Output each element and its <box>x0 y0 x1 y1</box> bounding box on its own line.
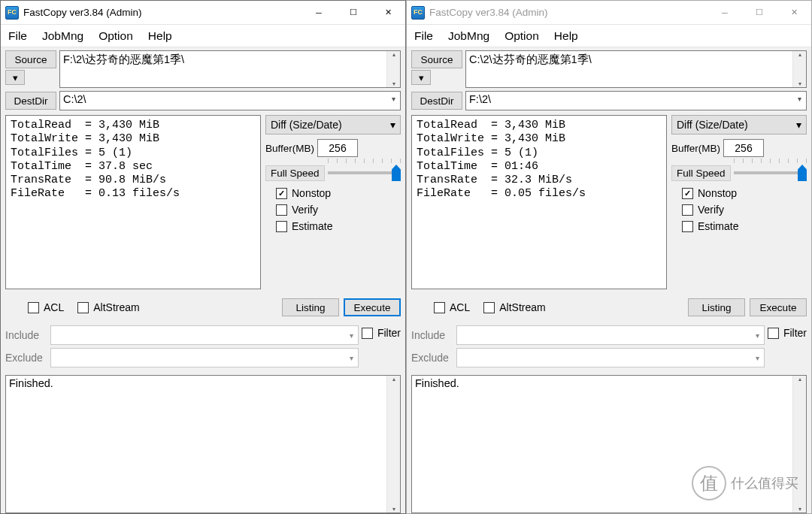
buffer-input[interactable]: 256 <box>317 139 358 157</box>
menu-file[interactable]: File <box>414 29 433 43</box>
chevron-down-icon: ▾ <box>419 72 424 83</box>
estimate-checkbox[interactable]: Estimate <box>682 220 807 232</box>
log-text: Finished. <box>9 377 53 389</box>
filter-checkbox[interactable]: Filter <box>768 327 807 339</box>
nonstop-checkbox[interactable]: Nonstop <box>682 187 807 199</box>
maximize-button[interactable]: ☐ <box>336 1 371 24</box>
fastcopy-window-right: FC FastCopy ver3.84 (Admin) ─ ☐ ✕ File J… <box>406 0 812 514</box>
checkbox-icon <box>276 188 287 199</box>
include-label: Include <box>5 329 47 341</box>
include-input[interactable]: ▾ <box>50 325 359 345</box>
source-history-dropdown[interactable]: ▾ <box>411 70 431 85</box>
scrollbar[interactable]: ▴▾ <box>386 51 400 87</box>
window-title: FastCopy ver3.84 (Admin) <box>429 7 707 18</box>
scrollbar[interactable]: ▴▾ <box>792 51 806 87</box>
thumbs-up-icon: 值 <box>692 466 726 500</box>
source-path-input[interactable]: F:\2\达芬奇的恶魔第1季\ ▴▾ <box>59 50 401 88</box>
destdir-text: C:\2\ <box>63 93 86 105</box>
chevron-down-icon[interactable]: ▾ <box>392 95 395 103</box>
source-button[interactable]: Source <box>5 50 56 68</box>
scrollbar[interactable]: ▴▾ <box>386 376 400 512</box>
chevron-down-icon: ▾ <box>796 119 801 131</box>
log-text: Finished. <box>415 377 459 389</box>
speed-slider[interactable] <box>734 165 807 181</box>
nonstop-checkbox[interactable]: Nonstop <box>276 187 401 199</box>
destdir-text: F:\2\ <box>469 93 491 105</box>
copy-mode-select[interactable]: Diff (Size/Date) ▾ <box>671 115 807 135</box>
exclude-label: Exclude <box>411 352 453 364</box>
altstream-checkbox[interactable]: AltStream <box>77 301 139 313</box>
window-controls: ─ ☐ ✕ <box>301 1 405 24</box>
minimize-button[interactable]: ─ <box>707 1 742 24</box>
checkbox-icon <box>768 328 779 339</box>
source-path-text: F:\2\达芬奇的恶魔第1季\ <box>63 53 184 65</box>
window-controls: ─ ☐ ✕ <box>707 1 811 24</box>
checkbox-icon <box>362 328 373 339</box>
copy-mode-label: Diff (Size/Date) <box>271 119 342 131</box>
chevron-down-icon: ▾ <box>390 119 395 131</box>
checkbox-icon <box>28 302 39 313</box>
acl-checkbox[interactable]: ACL <box>28 301 64 313</box>
speed-label: Full Speed <box>671 165 731 181</box>
app-icon: FC <box>411 6 425 20</box>
buffer-input[interactable]: 256 <box>723 139 764 157</box>
close-button[interactable]: ✕ <box>371 1 405 24</box>
checkbox-icon <box>77 302 89 313</box>
checkbox-icon <box>434 302 445 313</box>
menu-option[interactable]: Option <box>98 29 133 43</box>
checkbox-icon <box>276 221 287 232</box>
menu-bar: File JobMng Option Help <box>407 25 811 47</box>
close-button[interactable]: ✕ <box>777 1 811 24</box>
exclude-input[interactable]: ▾ <box>456 348 765 367</box>
destdir-button[interactable]: DestDir <box>5 92 56 110</box>
watermark: 值 什么值得买 <box>692 466 798 500</box>
copy-mode-select[interactable]: Diff (Size/Date) ▾ <box>265 115 401 135</box>
titlebar[interactable]: FC FastCopy ver3.84 (Admin) ─ ☐ ✕ <box>407 1 811 25</box>
execute-button[interactable]: Execute <box>344 298 401 316</box>
buffer-label: Buffer(MB) <box>671 143 720 154</box>
destdir-input[interactable]: F:\2\ ▾ <box>465 91 807 110</box>
filter-checkbox[interactable]: Filter <box>362 327 401 339</box>
estimate-checkbox[interactable]: Estimate <box>276 220 401 232</box>
log-output[interactable]: Finished. ▴▾ <box>5 375 401 513</box>
altstream-checkbox[interactable]: AltStream <box>483 301 545 313</box>
copy-mode-label: Diff (Size/Date) <box>677 119 748 131</box>
destdir-button[interactable]: DestDir <box>411 92 462 110</box>
titlebar[interactable]: FC FastCopy ver3.84 (Admin) ─ ☐ ✕ <box>1 1 405 25</box>
maximize-button[interactable]: ☐ <box>742 1 777 24</box>
exclude-label: Exclude <box>5 352 47 364</box>
listing-button[interactable]: Listing <box>282 298 339 316</box>
menu-option[interactable]: Option <box>504 29 539 43</box>
checkbox-icon <box>682 204 693 216</box>
acl-checkbox[interactable]: ACL <box>434 301 470 313</box>
app-icon: FC <box>5 6 19 20</box>
source-path-input[interactable]: C:\2\达芬奇的恶魔第1季\ ▴▾ <box>465 50 807 88</box>
checkbox-icon <box>483 302 495 313</box>
menu-file[interactable]: File <box>8 29 27 43</box>
stats-output: TotalRead = 3,430 MiB TotalWrite = 3,430… <box>5 115 261 289</box>
source-history-dropdown[interactable]: ▾ <box>5 70 25 85</box>
source-path-text: C:\2\达芬奇的恶魔第1季\ <box>469 53 592 65</box>
checkbox-icon <box>682 188 693 199</box>
listing-button[interactable]: Listing <box>688 298 745 316</box>
source-button[interactable]: Source <box>411 50 462 68</box>
verify-checkbox[interactable]: Verify <box>276 204 401 216</box>
buffer-label: Buffer(MB) <box>265 143 314 154</box>
minimize-button[interactable]: ─ <box>301 1 336 24</box>
include-input[interactable]: ▾ <box>456 325 765 345</box>
speed-slider[interactable] <box>328 165 401 181</box>
menu-bar: File JobMng Option Help <box>1 25 405 47</box>
checkbox-icon <box>276 204 287 216</box>
menu-help[interactable]: Help <box>148 29 172 43</box>
menu-help[interactable]: Help <box>554 29 578 43</box>
menu-jobmng[interactable]: JobMng <box>448 29 489 43</box>
checkbox-icon <box>682 221 693 232</box>
exclude-input[interactable]: ▾ <box>50 348 359 367</box>
destdir-input[interactable]: C:\2\ ▾ <box>59 91 401 110</box>
verify-checkbox[interactable]: Verify <box>682 204 807 216</box>
chevron-down-icon: ▾ <box>13 72 18 83</box>
menu-jobmng[interactable]: JobMng <box>42 29 83 43</box>
execute-button[interactable]: Execute <box>750 298 807 316</box>
window-title: FastCopy ver3.84 (Admin) <box>23 7 301 18</box>
chevron-down-icon[interactable]: ▾ <box>798 95 801 103</box>
